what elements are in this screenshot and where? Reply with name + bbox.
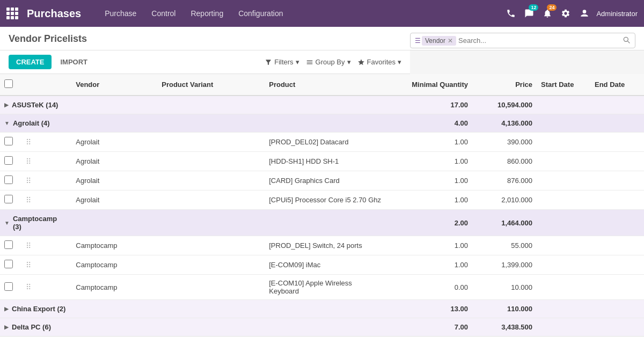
row-vendor[interactable]: Agrolait: [71, 133, 157, 152]
group-row[interactable]: ▶ Delta PC (6) 7.00 3,438.500: [0, 318, 644, 336]
row-variant[interactable]: [157, 152, 265, 171]
row-drag-cell: ⠿: [21, 133, 71, 152]
row-checkbox[interactable]: [4, 260, 13, 268]
row-vendor[interactable]: Camptocamp: [71, 275, 157, 300]
remove-filter-icon[interactable]: ✕: [448, 37, 453, 45]
group-toggle-cell[interactable]: ▼ Camptocamp (3): [0, 210, 71, 236]
header-minimal-quantity: Minimal Quantity: [386, 74, 472, 96]
filters-button[interactable]: Filters ▾: [265, 58, 299, 66]
nav-reporting[interactable]: Reporting: [184, 6, 230, 21]
groupby-label: Group By: [316, 58, 345, 66]
drag-handle-icon[interactable]: ⠿: [26, 241, 31, 250]
row-checkbox[interactable]: [4, 175, 13, 184]
drag-handle-icon[interactable]: ⠿: [26, 138, 31, 146]
group-end-cell: [590, 114, 644, 133]
group-toggle-cell[interactable]: ▶ Delta PC (6): [0, 318, 71, 336]
table-row[interactable]: ⠿ Agrolait [HDD-SH1] HDD SH-1 1.00 860.0…: [0, 152, 644, 171]
group-price: 10,594.000: [472, 96, 537, 114]
phone-icon[interactable]: [504, 6, 518, 20]
row-variant[interactable]: [157, 236, 265, 255]
table-row[interactable]: ⠿ Camptocamp [E-COM09] iMac 1.00 1,399.0…: [0, 255, 644, 275]
group-row[interactable]: ▶ China Export (2) 13.00 110.000: [0, 300, 644, 318]
group-arrow-icon: ▶: [4, 102, 9, 108]
row-min-qty: 1.00: [386, 255, 472, 275]
row-product[interactable]: [CPUi5] Processor Core i5 2.70 Ghz: [265, 191, 386, 210]
admin-avatar[interactable]: [577, 6, 592, 21]
table-row[interactable]: ⠿ Camptocamp [E-COM10] Apple Wireless Ke…: [0, 275, 644, 300]
table-row[interactable]: ⠿ Camptocamp [PROD_DEL] Switch, 24 ports…: [0, 236, 644, 255]
drag-handle-icon[interactable]: ⠿: [26, 283, 31, 291]
row-start-date: [537, 255, 590, 275]
groupby-button[interactable]: Group By ▾: [306, 58, 351, 66]
group-product-cell: [265, 210, 386, 236]
table-row[interactable]: ⠿ Agrolait [CARD] Graphics Card 1.00 876…: [0, 171, 644, 191]
row-drag-cell: ⠿: [21, 191, 71, 210]
group-name: ▶ China Export (2): [4, 305, 67, 313]
topnav: Purchases Purchase Control Reporting Con…: [0, 0, 644, 27]
row-checkbox[interactable]: [4, 156, 13, 165]
group-row[interactable]: ▼ Agrolait (4) 4.00 4,136.000: [0, 114, 644, 133]
group-min-qty: 7.00: [386, 318, 472, 336]
search-input[interactable]: [458, 36, 620, 45]
row-vendor[interactable]: Camptocamp: [71, 255, 157, 275]
group-row[interactable]: ▶ ASUSTeK (14) 17.00 10,594.000: [0, 96, 644, 114]
table-row[interactable]: ⠿ Agrolait [PROD_DEL02] Datacard 1.00 39…: [0, 133, 644, 152]
messages-icon[interactable]: 12: [522, 6, 536, 20]
nav-purchase[interactable]: Purchase: [98, 6, 143, 21]
group-arrow-icon: ▶: [4, 306, 9, 312]
row-price: 876.000: [472, 171, 537, 191]
group-label: Delta PC (6): [12, 323, 51, 331]
import-button[interactable]: IMPORT: [60, 58, 87, 66]
row-product[interactable]: [PROD_DEL] Switch, 24 ports: [265, 236, 386, 255]
group-vendor-cell: [71, 300, 157, 318]
drag-handle-icon[interactable]: ⠿: [26, 177, 31, 185]
row-checkbox[interactable]: [4, 137, 13, 145]
row-checkbox[interactable]: [4, 240, 13, 249]
row-checkbox[interactable]: [4, 282, 13, 291]
group-variant-cell: [157, 300, 265, 318]
group-toggle-cell[interactable]: ▶ ASUSTeK (14): [0, 96, 71, 114]
favorites-button[interactable]: Favorites ▾: [357, 58, 401, 66]
row-checkbox[interactable]: [4, 195, 13, 203]
nav-configuration[interactable]: Configuration: [232, 6, 289, 21]
row-variant[interactable]: [157, 275, 265, 300]
row-price: 860.000: [472, 152, 537, 171]
drag-handle-icon[interactable]: ⠿: [26, 196, 31, 204]
drag-handle-icon[interactable]: ⠿: [26, 157, 31, 166]
row-product[interactable]: [CARD] Graphics Card: [265, 171, 386, 191]
row-end-date: [590, 171, 644, 191]
settings-icon[interactable]: [559, 6, 573, 20]
group-vendor-cell: [71, 318, 157, 336]
header-price: Price: [472, 74, 537, 96]
table-row[interactable]: ⠿ Agrolait [CPUi5] Processor Core i5 2.7…: [0, 191, 644, 210]
group-toggle-cell[interactable]: ▼ Agrolait (4): [0, 114, 71, 133]
row-variant[interactable]: [157, 133, 265, 152]
nav-control[interactable]: Control: [145, 6, 182, 21]
row-vendor[interactable]: Agrolait: [71, 152, 157, 171]
row-vendor[interactable]: Agrolait: [71, 171, 157, 191]
drag-handle-icon[interactable]: ⠿: [26, 261, 31, 269]
row-variant[interactable]: [157, 255, 265, 275]
apps-grid-icon[interactable]: [6, 8, 18, 19]
notifications-icon[interactable]: 24: [540, 6, 554, 20]
row-product[interactable]: [E-COM09] iMac: [265, 255, 386, 275]
row-vendor[interactable]: Agrolait: [71, 191, 157, 210]
search-box[interactable]: ☰ Vendor ✕: [410, 33, 635, 48]
vendor-filter-tag[interactable]: Vendor ✕: [422, 36, 456, 46]
row-end-date: [590, 133, 644, 152]
row-variant[interactable]: [157, 191, 265, 210]
admin-label[interactable]: Administrator: [596, 10, 638, 18]
row-product[interactable]: [HDD-SH1] HDD SH-1: [265, 152, 386, 171]
group-row[interactable]: ▼ Camptocamp (3) 2.00 1,464.000: [0, 210, 644, 236]
row-end-date: [590, 236, 644, 255]
row-vendor[interactable]: Camptocamp: [71, 236, 157, 255]
group-toggle-cell[interactable]: ▶ China Export (2): [0, 300, 71, 318]
search-submit-icon[interactable]: [622, 35, 631, 46]
row-variant[interactable]: [157, 171, 265, 191]
create-button[interactable]: CREATE: [9, 55, 52, 69]
select-all-checkbox[interactable]: [4, 79, 13, 88]
group-arrow-icon: ▼: [4, 120, 10, 126]
vendor-tag-label: Vendor: [425, 37, 445, 45]
row-product[interactable]: [E-COM10] Apple Wireless Keyboard: [265, 275, 386, 300]
row-product[interactable]: [PROD_DEL02] Datacard: [265, 133, 386, 152]
